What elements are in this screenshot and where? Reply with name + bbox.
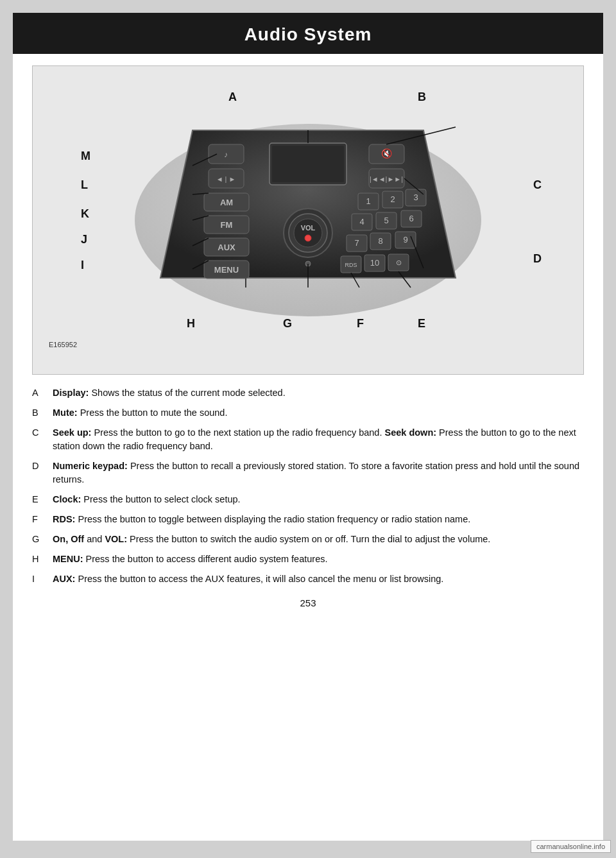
- desc-letter-C: C: [32, 426, 53, 453]
- page-header: Audio System: [13, 13, 603, 54]
- desc-row-G: G On, Off and VOL: Press the button to s…: [32, 533, 584, 546]
- desc-row-H: H MENU: Press the button to access diffe…: [32, 553, 584, 566]
- svg-text:◄ | ►: ◄ | ►: [216, 175, 236, 183]
- desc-row-F: F RDS: Press the button to toggle betwee…: [32, 513, 584, 526]
- desc-text-A: Display: Shows the status of the current…: [53, 386, 584, 400]
- svg-text:1: 1: [366, 196, 370, 206]
- desc-letter-I: I: [32, 572, 53, 586]
- svg-text:AM: AM: [220, 198, 233, 207]
- svg-text:4: 4: [359, 217, 364, 227]
- desc-row-E: E Clock: Press the button to select cloc…: [32, 493, 584, 506]
- desc-text-H: MENU: Press the button to access differe…: [53, 553, 584, 566]
- desc-row-C: C Seek up: Press the button to go to the…: [32, 426, 584, 453]
- desc-row-B: B Mute: Press the button to mute the sou…: [32, 406, 584, 420]
- svg-text:|◄◄|►►|: |◄◄|►►|: [370, 175, 403, 183]
- watermark: carmanualsonline.info: [531, 840, 611, 853]
- svg-point-49: [305, 235, 311, 241]
- radio-diagram: ♪ ◄ | ► AM FM AUX: [128, 92, 488, 323]
- svg-rect-4: [272, 146, 344, 182]
- desc-text-E: Clock: Press the button to select clock …: [53, 493, 584, 506]
- label-M: M: [81, 150, 90, 163]
- svg-text:5: 5: [384, 216, 388, 225]
- diagram-section: A B M L K J I C D H G F E: [32, 65, 584, 375]
- label-L: L: [81, 178, 88, 192]
- descriptions-section: A Display: Shows the status of the curre…: [32, 386, 584, 586]
- svg-text:FM: FM: [221, 220, 233, 230]
- desc-letter-B: B: [32, 406, 53, 420]
- label-D: D: [533, 252, 542, 266]
- svg-text:2: 2: [390, 194, 395, 204]
- label-K: K: [81, 207, 89, 221]
- desc-letter-F: F: [32, 513, 53, 526]
- svg-text:🔇: 🔇: [381, 148, 393, 159]
- svg-text:6: 6: [409, 214, 413, 223]
- label-J: J: [81, 233, 87, 246]
- svg-text:7: 7: [354, 238, 359, 248]
- svg-text:10: 10: [370, 258, 379, 268]
- svg-text:8: 8: [378, 236, 382, 246]
- diagram-container: A B M L K J I C D H G F E: [39, 73, 577, 355]
- desc-text-B: Mute: Press the button to mute the sound…: [53, 406, 584, 420]
- desc-letter-H: H: [32, 553, 53, 566]
- desc-letter-G: G: [32, 533, 53, 546]
- desc-letter-D: D: [32, 459, 53, 486]
- svg-point-47: [294, 219, 322, 247]
- page-number: 253: [13, 597, 603, 608]
- desc-text-C: Seek up: Press the button to go to the n…: [53, 426, 584, 453]
- svg-text:AUX: AUX: [218, 243, 235, 252]
- svg-text:⊙: ⊙: [396, 259, 402, 266]
- label-I: I: [81, 259, 84, 272]
- svg-text:♪: ♪: [224, 150, 228, 159]
- svg-text:3: 3: [413, 193, 418, 202]
- desc-text-F: RDS: Press the button to toggle between …: [53, 513, 584, 526]
- desc-row-A: A Display: Shows the status of the curre…: [32, 386, 584, 400]
- desc-letter-A: A: [32, 386, 53, 400]
- svg-text:9: 9: [403, 235, 407, 245]
- desc-letter-E: E: [32, 493, 53, 506]
- svg-text:RDS: RDS: [345, 262, 357, 268]
- desc-row-D: D Numeric keypad: Press the button to re…: [32, 459, 584, 486]
- svg-text:MENU: MENU: [214, 265, 239, 275]
- label-C: C: [533, 178, 542, 192]
- image-reference: E165952: [49, 341, 77, 348]
- page-title: Audio System: [13, 24, 603, 45]
- desc-text-G: On, Off and VOL: Press the button to swi…: [53, 533, 584, 546]
- desc-text-D: Numeric keypad: Press the button to reca…: [53, 459, 584, 486]
- svg-text:VOL: VOL: [301, 224, 316, 232]
- desc-row-I: I AUX: Press the button to access the AU…: [32, 572, 584, 586]
- desc-text-I: AUX: Press the button to access the AUX …: [53, 572, 584, 586]
